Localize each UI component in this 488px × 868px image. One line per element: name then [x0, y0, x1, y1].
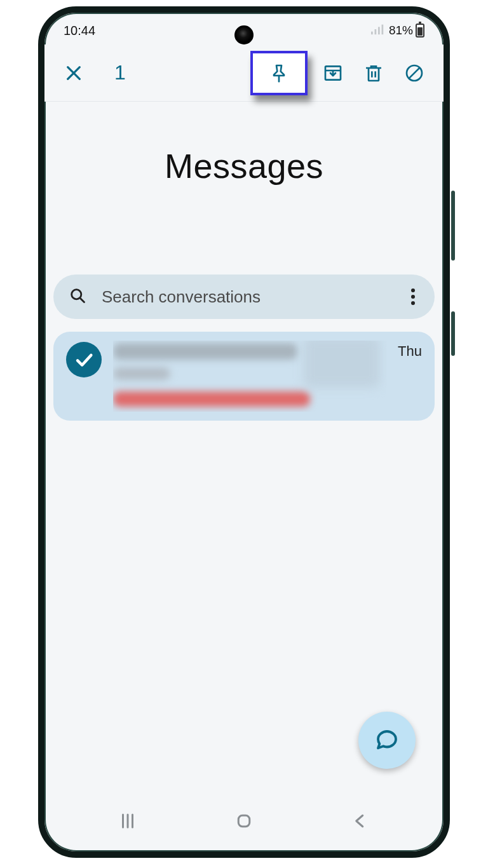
phone-volume-button [451, 191, 455, 261]
selected-count: 1 [114, 61, 126, 85]
conversation-day: Thu [398, 343, 422, 412]
search-bar[interactable] [53, 275, 435, 319]
archive-button[interactable] [315, 55, 351, 91]
svg-rect-2 [378, 27, 380, 34]
status-time: 10:44 [64, 24, 95, 38]
nav-recent-button[interactable] [93, 811, 163, 831]
svg-rect-3 [381, 24, 383, 34]
signal-icon [371, 24, 385, 38]
search-input[interactable] [102, 287, 391, 307]
pin-button-highlighted [250, 51, 308, 95]
svg-rect-1 [374, 29, 376, 34]
delete-button[interactable] [356, 55, 391, 91]
phone-power-button [451, 311, 455, 356]
page-title: Messages [53, 146, 435, 186]
phone-frame: 10:44 81% [38, 6, 450, 858]
block-button[interactable] [396, 55, 432, 91]
conversation-preview-blurred [113, 341, 386, 412]
compose-fab[interactable] [358, 712, 416, 769]
svg-rect-0 [371, 31, 373, 34]
search-icon [69, 287, 86, 307]
svg-rect-19 [238, 815, 250, 827]
camera-cutout [234, 25, 254, 44]
svg-line-15 [81, 299, 85, 302]
battery-indicator: 81% [389, 24, 424, 37]
search-more-button[interactable] [407, 288, 419, 305]
pin-button[interactable] [261, 55, 297, 91]
selection-action-bar: 1 [44, 44, 444, 102]
nav-back-button[interactable] [325, 811, 395, 831]
conversation-row-selected[interactable]: Thu [53, 332, 435, 421]
content-area: Messages [44, 146, 444, 421]
selection-check-icon[interactable] [66, 342, 102, 377]
battery-percent: 81% [389, 24, 413, 37]
nav-home-button[interactable] [209, 811, 279, 831]
svg-line-13 [409, 67, 419, 78]
battery-icon [416, 24, 424, 37]
android-nav-bar [44, 802, 444, 840]
close-selection-button[interactable] [56, 55, 92, 91]
svg-point-14 [72, 290, 81, 299]
